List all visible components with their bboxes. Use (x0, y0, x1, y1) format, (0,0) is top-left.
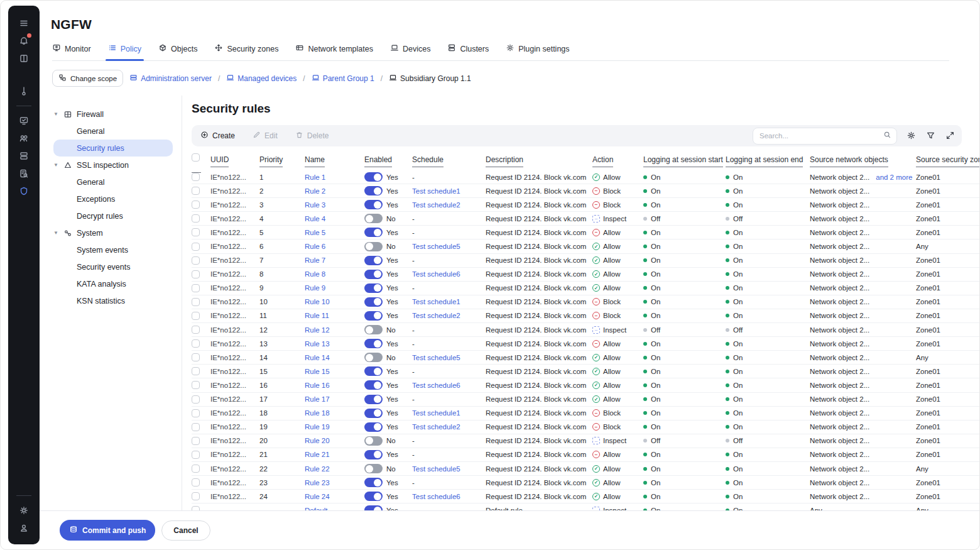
nav-group-ssl-inspection[interactable]: ▼ SSL inspection (53, 157, 182, 173)
column-header[interactable]: Logging at session start (643, 155, 726, 167)
column-header[interactable]: Priority (259, 155, 305, 167)
column-header[interactable]: Enabled (364, 155, 412, 167)
rule-name-link[interactable]: Rule 17 (305, 395, 330, 403)
schedule-link[interactable]: Test schedule1 (412, 409, 460, 417)
nav-item-kata-analysis[interactable]: KATA analysis (53, 275, 173, 292)
rule-name-link[interactable]: Rule 10 (305, 298, 330, 305)
enabled-toggle[interactable] (364, 256, 383, 265)
row-checkbox[interactable] (192, 312, 200, 320)
rule-name-link[interactable]: Rule 24 (305, 493, 330, 500)
rule-name-link[interactable]: Rule 7 (305, 256, 325, 264)
tab-network-templates[interactable]: Network templates (295, 43, 373, 60)
tab-plugin-settings[interactable]: Plugin settings (506, 43, 569, 60)
monitoring-icon[interactable] (15, 112, 33, 129)
filter-icon[interactable] (926, 131, 936, 141)
row-checkbox[interactable] (192, 506, 200, 510)
nav-item-decrypt-rules[interactable]: Decrypt rules (53, 207, 173, 224)
row-checkbox[interactable] (192, 478, 200, 487)
audit-icon[interactable] (15, 165, 33, 182)
nav-item-security-events[interactable]: Security events (53, 258, 173, 275)
nav-group-system[interactable]: ▼ System (53, 224, 182, 241)
row-checkbox[interactable] (192, 298, 200, 306)
rule-name-link[interactable]: Rule 20 (305, 437, 330, 444)
rule-name-link[interactable]: Rule 8 (305, 270, 325, 278)
row-checkbox[interactable] (192, 173, 200, 181)
enabled-toggle[interactable] (364, 450, 383, 459)
and-more-link[interactable]: and 2 more (876, 173, 912, 181)
tab-security-zones[interactable]: Security zones (214, 43, 278, 60)
nav-item-general[interactable]: General (53, 173, 173, 190)
rule-name-link[interactable]: Rule 4 (305, 215, 325, 223)
change-scope-button[interactable]: Change scope (52, 70, 123, 87)
schedule-link[interactable]: Test schedule2 (412, 312, 460, 319)
tab-clusters[interactable]: Clusters (447, 43, 489, 60)
enabled-toggle[interactable] (364, 325, 383, 334)
rule-name-link[interactable]: Rule 1 (305, 173, 325, 181)
tab-objects[interactable]: Objects (158, 43, 197, 60)
row-checkbox[interactable] (192, 243, 200, 251)
search-input[interactable] (760, 132, 883, 140)
docs-icon[interactable] (15, 50, 33, 67)
row-checkbox[interactable] (192, 465, 200, 473)
row-checkbox[interactable] (192, 270, 200, 278)
column-header[interactable]: Schedule (412, 155, 486, 167)
tab-monitor[interactable]: Monitor (52, 43, 91, 60)
notifications-icon[interactable] (15, 32, 33, 50)
nav-item-exceptions[interactable]: Exceptions (53, 190, 173, 207)
enabled-toggle[interactable] (364, 353, 383, 362)
table-settings-icon[interactable] (906, 131, 917, 141)
row-checkbox[interactable] (192, 409, 200, 417)
rule-name-link[interactable]: Rule 23 (305, 479, 330, 487)
nav-item-system-events[interactable]: System events (53, 241, 173, 258)
schedule-link[interactable]: Test schedule5 (412, 354, 460, 361)
enabled-toggle[interactable] (364, 380, 383, 390)
enabled-toggle[interactable] (364, 214, 383, 223)
row-checkbox[interactable] (192, 187, 200, 195)
expand-icon[interactable] (945, 131, 956, 141)
enabled-toggle[interactable] (364, 297, 383, 307)
rule-name-link[interactable]: Rule 19 (305, 423, 330, 431)
column-header[interactable]: Description (486, 155, 592, 167)
chevron-down-icon[interactable]: ▼ (53, 111, 63, 117)
schedule-link[interactable]: Test schedule2 (412, 201, 460, 209)
row-checkbox[interactable] (192, 492, 200, 500)
nav-item-security-rules[interactable]: Security rules (53, 140, 173, 157)
enabled-toggle[interactable] (364, 464, 383, 473)
enabled-toggle[interactable] (364, 242, 383, 251)
schedule-link[interactable]: Test schedule6 (412, 382, 460, 389)
rule-name-link[interactable]: Rule 9 (305, 284, 325, 292)
enabled-toggle[interactable] (364, 505, 383, 510)
column-header[interactable]: Source security zones (916, 155, 979, 167)
row-checkbox[interactable] (192, 256, 200, 265)
schedule-link[interactable]: Test schedule5 (412, 243, 460, 250)
row-checkbox[interactable] (192, 381, 200, 389)
enabled-toggle[interactable] (364, 186, 383, 195)
create-button[interactable]: Create (200, 131, 235, 141)
breadcrumb-item[interactable]: Managed devices (226, 74, 297, 84)
nav-item-general[interactable]: General (53, 123, 173, 140)
servers-icon[interactable] (15, 147, 33, 165)
enabled-toggle[interactable] (364, 311, 383, 321)
column-header[interactable]: Logging at session end (726, 155, 810, 167)
row-checkbox[interactable] (192, 451, 200, 459)
nav-item-ksn-statistics[interactable]: KSN statistics (53, 292, 173, 309)
edit-button[interactable]: Edit (253, 131, 278, 141)
rule-name-link[interactable]: Rule 15 (305, 368, 330, 375)
rule-name-link[interactable]: Rule 21 (305, 451, 330, 458)
row-checkbox[interactable] (192, 326, 200, 334)
nav-group-firewall[interactable]: ▼ Firewall (53, 106, 182, 123)
tab-devices[interactable]: Devices (390, 43, 430, 60)
enabled-toggle[interactable] (364, 339, 383, 348)
enabled-toggle[interactable] (364, 200, 383, 209)
breadcrumb-item[interactable]: Administration server (129, 74, 212, 84)
enabled-toggle[interactable] (364, 172, 383, 182)
settings-icon[interactable] (15, 502, 33, 519)
rule-name-link[interactable]: Rule 16 (305, 382, 330, 389)
schedule-link[interactable]: Test schedule2 (412, 423, 460, 431)
row-checkbox[interactable] (192, 214, 200, 223)
tab-policy[interactable]: Policy (108, 43, 141, 60)
cancel-button[interactable]: Cancel (161, 520, 210, 541)
rule-name-link[interactable]: Rule 3 (305, 201, 325, 209)
select-all-checkbox[interactable] (192, 153, 200, 162)
rule-name-link[interactable]: Rule 14 (305, 354, 330, 361)
